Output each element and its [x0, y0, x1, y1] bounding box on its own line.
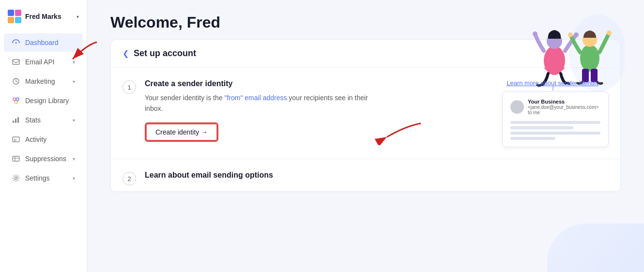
suppressions-icon [12, 154, 20, 163]
activity-icon [12, 135, 20, 144]
preview-line-4 [510, 137, 555, 140]
suppressions-label: Suppressions [25, 155, 68, 163]
dashboard-icon [12, 38, 20, 47]
svg-rect-13 [17, 117, 19, 123]
user-menu-chevron: ▾ [77, 14, 79, 19]
settings-label: Settings [25, 174, 68, 182]
svg-rect-14 [13, 137, 19, 142]
sidebar-item-activity[interactable]: Activity [4, 130, 83, 149]
step-1-content: Create a sender identity Your sender ide… [145, 79, 484, 142]
main-content: Welcome, Fred ❮ Set up account 1 Create … [87, 0, 644, 272]
step-1-number: 1 [123, 80, 136, 94]
svg-point-26 [568, 32, 573, 37]
marketing-chevron: ▾ [73, 79, 75, 84]
marketing-icon [12, 77, 20, 86]
suppressions-chevron: ▾ [73, 156, 75, 162]
stats-icon [12, 116, 20, 124]
sender-name: Your Business [528, 99, 600, 105]
settings-chevron: ▾ [73, 176, 75, 181]
svg-rect-2 [8, 17, 14, 23]
email-api-icon [12, 58, 20, 66]
svg-point-8 [13, 98, 16, 101]
sender-info: Your Business <jane.doe@your_business.co… [528, 99, 600, 115]
dashboard-label: Dashboard [25, 39, 75, 46]
setup-step-2: 2 Learn about email sending options [111, 159, 620, 192]
preview-line-1 [510, 121, 600, 124]
email-preview-card: Your Business <jane.doe@your_business.co… [502, 91, 609, 147]
svg-rect-12 [15, 119, 16, 123]
sidebar-item-marketing[interactable]: Marketing ▾ [4, 72, 83, 91]
user-menu[interactable]: Fred Marks ▾ [0, 6, 87, 31]
email-api-chevron: ▾ [73, 60, 75, 65]
svg-point-23 [574, 32, 579, 37]
setup-section-title: Set up account [134, 48, 196, 59]
svg-rect-3 [15, 17, 21, 23]
svg-point-9 [16, 98, 19, 101]
design-library-icon [12, 96, 20, 105]
sidebar-item-email-api[interactable]: Email API ▾ [4, 53, 83, 71]
svg-rect-15 [13, 156, 19, 161]
svg-rect-11 [13, 121, 14, 123]
learn-more-link[interactable]: Learn more about sender identity [506, 79, 599, 87]
stats-label: Stats [25, 116, 68, 124]
sender-to: to me [528, 110, 600, 115]
design-library-label: Design Library [25, 97, 75, 105]
nav-menu: Dashboard Email API ▾ Marketing ▾ [0, 31, 87, 190]
step-1-title: Create a sender identity [145, 79, 484, 88]
svg-point-5 [15, 42, 17, 44]
svg-rect-6 [13, 60, 19, 64]
sidebar-item-design-library[interactable]: Design Library [4, 91, 83, 110]
email-api-label: Email API [25, 58, 68, 66]
email-preview-header: Your Business <jane.doe@your_business.co… [510, 99, 600, 115]
sidebar-item-stats[interactable]: Stats ▾ [4, 111, 83, 129]
preview-line-3 [510, 132, 600, 135]
app-logo [8, 10, 21, 23]
step-1-desc-start: Your sender identity is the [145, 94, 224, 102]
sidebar-item-dashboard[interactable]: Dashboard [4, 33, 83, 52]
setup-step-1: 1 Create a sender identity Your sender i… [111, 68, 620, 159]
welcome-title: Welcome, Fred [110, 14, 220, 31]
sender-address: <jane.doe@your_business.com> [528, 105, 600, 110]
sidebar-item-suppressions[interactable]: Suppressions ▾ [4, 150, 83, 168]
svg-point-10 [15, 101, 17, 104]
activity-label: Activity [25, 136, 75, 143]
marketing-label: Marketing [25, 77, 68, 85]
user-name: Fred Marks [25, 13, 77, 20]
step-2-number: 2 [123, 172, 136, 185]
svg-point-18 [15, 177, 17, 180]
sender-avatar [510, 100, 524, 114]
svg-rect-0 [8, 10, 14, 16]
step-1-preview: Learn more about sender identity Your Bu… [492, 79, 609, 147]
step-1-description: Your sender identity is the "from" email… [145, 93, 387, 114]
svg-rect-1 [15, 10, 21, 16]
sidebar-item-settings[interactable]: Settings ▾ [4, 169, 83, 187]
stats-chevron: ▾ [73, 118, 75, 123]
email-body-preview [510, 121, 600, 140]
sidebar: Fred Marks ▾ Dashboard [0, 0, 87, 272]
step-2-content: Learn about email sending options [145, 171, 609, 180]
settings-icon [12, 174, 20, 182]
svg-point-22 [533, 31, 537, 36]
preview-line-2 [510, 126, 573, 129]
step-1-desc-highlight: "from" email address [224, 94, 287, 102]
chevron-down-icon: ❮ [123, 49, 129, 58]
step-2-title: Learn about email sending options [145, 171, 609, 180]
svg-point-27 [607, 30, 612, 35]
create-identity-button[interactable]: Create identity → [145, 122, 218, 142]
